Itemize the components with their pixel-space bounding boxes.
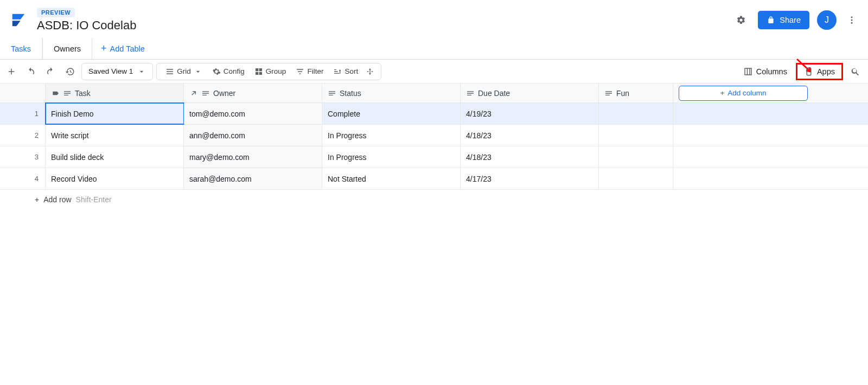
column-label: Task [75,89,91,98]
add-table-button[interactable]: + Add Table [92,38,154,59]
plus-icon [7,67,16,76]
column-label: Status [340,89,361,98]
row-number: 4 [0,168,46,189]
column-label: Owner [213,89,235,98]
search-button[interactable] [846,62,865,81]
column-header-due-date[interactable]: Due Date [461,84,599,102]
plus-icon: + [35,195,39,204]
text-icon [63,89,72,98]
saved-view-label: Saved View 1 [88,67,133,75]
add-column-cell: + Add column [673,84,813,102]
group-icon [254,67,263,76]
cell-status[interactable]: In Progress [322,125,461,146]
cell-fun[interactable] [599,125,673,146]
cell-task[interactable]: Record Video [46,168,184,189]
add-row-button[interactable]: + Add row Shift-Enter [0,190,868,209]
tab-tasks[interactable]: Tasks [0,38,42,59]
cell-status[interactable]: Complete [322,103,461,124]
settings-button[interactable] [732,11,750,29]
plus-icon: + [101,43,107,54]
chevron-down-icon [194,67,202,76]
svg-point-2 [851,22,853,24]
grid-view-dropdown[interactable]: Grid [161,63,207,80]
title-section: PREVIEW ASDB: IO Codelab [37,8,732,33]
cell-status[interactable]: Not Started [322,168,461,189]
cell-task[interactable]: Write script [46,125,184,146]
ref-icon [189,89,198,98]
list-icon [165,67,174,76]
cell-extra [673,168,813,189]
table-row[interactable]: 2 Write script ann@demo.com In Progress … [0,125,868,146]
cell-owner[interactable]: mary@demo.com [184,146,322,168]
column-header-fun[interactable]: Fun [599,84,673,102]
lock-icon [767,16,775,24]
filter-button[interactable]: Filter [291,63,328,80]
table-row[interactable]: 4 Record Video sarah@demo.com Not Starte… [0,168,868,190]
add-column-button[interactable]: + Add column [679,86,808,101]
config-button[interactable]: Config [208,63,249,80]
header: PREVIEW ASDB: IO Codelab Share J [0,0,868,38]
columns-button[interactable]: Columns [738,65,793,79]
apps-button[interactable]: Apps [796,63,843,80]
tab-owners[interactable]: Owners [42,38,92,59]
cell-fun[interactable] [599,168,673,189]
cell-fun[interactable] [599,103,673,124]
row-height-icon [366,67,374,76]
cell-owner[interactable]: tom@demo.com [184,103,322,124]
row-number: 2 [0,125,46,146]
add-row-hint: Shift-Enter [76,195,112,204]
device-icon [804,67,814,76]
sort-button[interactable]: Sort [329,63,362,80]
svg-point-0 [851,16,853,18]
svg-rect-3 [807,68,811,75]
column-header-owner[interactable]: Owner [184,84,322,102]
search-icon [851,67,860,76]
column-label: Fun [616,89,629,98]
add-button[interactable] [3,63,20,80]
column-header-task[interactable]: Task [46,84,184,102]
column-header-status[interactable]: Status [322,84,461,102]
table-row[interactable]: 3 Build slide deck mary@demo.com In Prog… [0,146,868,168]
table-row[interactable]: 1 Finish Demo tom@demo.com Complete 4/19… [0,103,868,125]
cell-status[interactable]: In Progress [322,146,461,168]
text-icon [604,89,613,98]
row-height-button[interactable] [363,63,376,80]
svg-point-1 [851,20,853,21]
cell-task[interactable]: Finish Demo [46,103,184,124]
text-icon [466,89,475,98]
table-header-row: Task Owner Status Due Date Fun + Add col… [0,84,868,103]
app-logo[interactable] [9,10,28,30]
undo-button[interactable] [23,63,39,80]
redo-button[interactable] [42,63,59,80]
redo-icon [46,67,55,76]
cell-owner[interactable]: ann@demo.com [184,125,322,146]
cell-task[interactable]: Build slide deck [46,146,184,168]
history-button[interactable] [62,63,78,80]
cell-due-date[interactable]: 4/18/23 [461,125,599,146]
saved-view-dropdown[interactable]: Saved View 1 [81,63,153,80]
cell-owner[interactable]: sarah@demo.com [184,168,322,189]
filter-icon [296,67,304,76]
cell-fun[interactable] [599,146,673,168]
cell-due-date[interactable]: 4/19/23 [461,103,599,124]
row-number-header [0,84,46,102]
row-number: 1 [0,103,46,124]
share-label: Share [780,16,801,24]
more-menu-button[interactable] [844,10,859,30]
text-icon [328,89,336,98]
data-table: Task Owner Status Due Date Fun + Add col… [0,84,868,209]
cell-due-date[interactable]: 4/17/23 [461,168,599,189]
share-button[interactable]: Share [758,11,809,29]
page-title[interactable]: ASDB: IO Codelab [37,18,732,33]
cell-extra [673,103,813,124]
group-button[interactable]: Group [250,63,291,80]
label-icon [51,89,60,98]
view-tools-group: Grid Config Group Filter Sort [156,63,381,80]
gear-icon [736,15,746,25]
preview-badge: PREVIEW [37,8,75,17]
columns-icon [743,67,753,76]
gear-icon [212,67,221,76]
avatar[interactable]: J [817,10,837,30]
cell-due-date[interactable]: 4/18/23 [461,146,599,168]
grid-label: Grid [177,67,191,75]
